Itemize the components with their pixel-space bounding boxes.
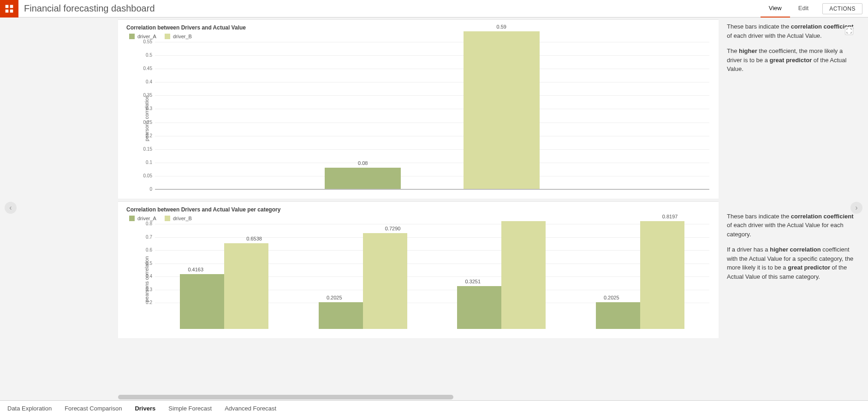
chart2-bar-b: 0.6538 (224, 243, 268, 329)
tab-forecast-comparison[interactable]: Forecast Comparison (59, 401, 127, 416)
legend-swatch-a (129, 34, 135, 39)
tab-drivers[interactable]: Drivers (129, 401, 161, 416)
chevron-left-icon: ‹ (9, 204, 12, 212)
chart2-bar-label: 0.2025 (604, 295, 618, 300)
tab-simple-forecast[interactable]: Simple Forecast (163, 401, 217, 416)
page-title: Financial forecasting dashboard (24, 3, 155, 14)
legend-label-b: driver_B (173, 216, 192, 221)
carousel-prev-button[interactable]: ‹ (5, 202, 17, 214)
chart2-description: These bars indicate the correlation coef… (727, 212, 857, 281)
chart2-bar-label: 0.3251 (465, 279, 479, 284)
chart1-bar: 0.59 (464, 31, 540, 189)
bottom-tabs: Data Exploration Forecast Comparison Dri… (0, 400, 868, 416)
legend-item-driver-b[interactable]: driver_B (165, 34, 192, 39)
chart1-bar-label: 0.08 (325, 160, 401, 166)
svg-rect-3 (10, 9, 13, 12)
chart1-description: These bars indicate the correlation coef… (727, 22, 857, 74)
chart2-area: pearsons correlation 0.20.30.40.50.60.70… (126, 224, 710, 334)
description-column: These bars indicate the correlation coef… (727, 22, 857, 400)
chart2-bar-a: 0.2025 (596, 302, 640, 329)
legend-item-driver-a[interactable]: driver_A (129, 216, 156, 221)
fullscreen-icon (846, 28, 852, 34)
chart2-plot: 0.20.30.40.50.60.70.8 0.41630.65380.2025… (155, 224, 709, 329)
chart2-card: Correlation between Drivers and Actual V… (118, 201, 719, 338)
topbar: Financial forecasting dashboard View Edi… (0, 0, 868, 18)
svg-rect-1 (10, 5, 13, 8)
chart2-title: Correlation between Drivers and Actual V… (118, 202, 719, 214)
chart2-bar-a: 0.4163 (180, 274, 224, 329)
legend-swatch-a (129, 216, 135, 221)
charts-column: Correlation between Drivers and Actual V… (118, 18, 719, 394)
chart1-card: Correlation between Drivers and Actual V… (118, 19, 719, 199)
chart1-title: Correlation between Drivers and Actual V… (118, 20, 719, 32)
chart2-bar-a: 0.2025 (319, 302, 363, 329)
svg-rect-0 (6, 5, 9, 8)
chart2-bar-a: 0.3251 (457, 286, 501, 329)
chart2-bar-label: 0.8197 (662, 214, 677, 219)
chart2-bar-label: 0.2025 (327, 295, 341, 300)
legend-swatch-b (165, 216, 170, 221)
tab-edit[interactable]: Edit (790, 0, 817, 18)
legend-swatch-b (165, 34, 170, 39)
legend-label-a: driver_A (137, 216, 156, 221)
chart1-area: pearsons correlation 00.050.10.150.20.25… (126, 42, 710, 195)
actions-button[interactable]: ACTIONS (822, 3, 862, 14)
svg-rect-2 (6, 9, 9, 12)
chart2-bar-label: 0.7290 (385, 226, 399, 231)
legend-label-b: driver_B (173, 34, 192, 39)
grid-icon (5, 4, 14, 13)
chart2-bar-b (501, 221, 546, 329)
tab-advanced-forecast[interactable]: Advanced Forecast (219, 401, 282, 416)
legend-item-driver-a[interactable]: driver_A (129, 34, 156, 39)
chart1-bar: 0.08 (325, 168, 401, 189)
chart1-legend: driver_A driver_B (118, 32, 719, 41)
chart2-legend: driver_A driver_B (118, 214, 719, 223)
legend-label-a: driver_A (137, 34, 156, 39)
scrollbar-thumb[interactable] (118, 395, 453, 399)
view-edit-tabs: View Edit (761, 0, 817, 18)
horizontal-scrollbar[interactable] (118, 395, 863, 399)
main-area: ‹ › These bars indicate the correlation … (0, 18, 868, 400)
chart1-bar-label: 0.59 (464, 24, 540, 29)
legend-item-driver-b[interactable]: driver_B (165, 216, 192, 221)
tab-data-exploration[interactable]: Data Exploration (2, 401, 57, 416)
chart2-bar-label: 0.6538 (246, 236, 261, 241)
tab-view[interactable]: View (761, 0, 790, 18)
chart1-plot: 00.050.10.150.20.250.30.350.40.450.50.55… (155, 42, 709, 189)
chart2-bar-b: 0.8197 (640, 221, 684, 329)
expand-icon[interactable] (845, 27, 853, 35)
chart2-bar-label: 0.4163 (188, 267, 202, 272)
app-logo[interactable] (0, 0, 18, 18)
chart2-bar-b: 0.7290 (363, 233, 407, 329)
